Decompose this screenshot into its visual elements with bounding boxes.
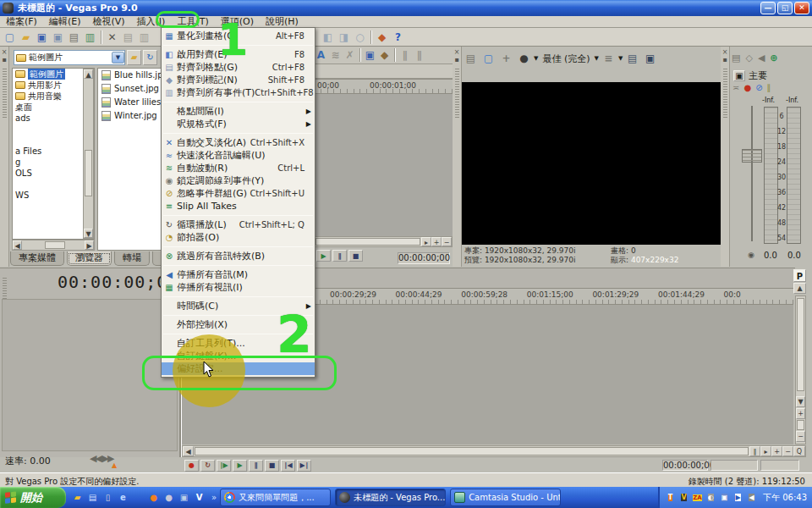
toolbar-button[interactable]: ▤ xyxy=(120,30,136,45)
transport-button[interactable]: ▶ xyxy=(233,460,247,472)
scroll-left-icon[interactable]: ◀ xyxy=(183,446,194,456)
address-combobox[interactable]: 範例圖片 ▼ xyxy=(14,50,125,65)
volume-fader-handle[interactable] xyxy=(742,149,762,163)
trimmer-toolbar-button[interactable]: ▣ xyxy=(363,47,377,63)
routing-icon[interactable]: ≍ xyxy=(732,83,739,92)
quick-launch-icon[interactable]: e xyxy=(117,491,129,504)
scroll-up-icon[interactable]: ▲ xyxy=(793,283,806,294)
timeline-zoom-in-icon[interactable]: + xyxy=(771,446,782,456)
scrollbar-thumb[interactable] xyxy=(45,241,65,249)
close-icon[interactable]: × xyxy=(722,48,728,56)
dock-tab[interactable]: 瀏覽器 xyxy=(67,251,112,266)
menu-bar-item[interactable]: 編輯(E) xyxy=(43,16,87,28)
scroll-right-icon[interactable]: ▶ xyxy=(85,240,94,250)
start-button[interactable]: 開始 xyxy=(0,487,66,508)
menu-item[interactable]: ≡ Slip All Takes ▶ xyxy=(162,200,315,213)
window-control-button[interactable]: ◱ xyxy=(777,2,793,14)
rate-marker-icon[interactable]: ▲ xyxy=(112,461,117,469)
split-view-icon[interactable]: ≡ xyxy=(601,51,617,66)
close-icon[interactable]: × xyxy=(454,48,460,56)
timeline-zoom-out-icon[interactable]: − xyxy=(782,446,793,456)
trimmer-workspace[interactable] xyxy=(314,94,453,236)
menu-item[interactable]: ◀ 停播所有音訊(M) ▶ xyxy=(162,268,315,281)
toolbar-button[interactable]: ◨ xyxy=(336,30,352,45)
drag-grip[interactable] xyxy=(455,69,459,119)
tree-item[interactable] xyxy=(13,135,84,146)
tray-icon[interactable]: ◐ xyxy=(705,492,716,503)
tray-icon[interactable]: V xyxy=(678,492,689,503)
refresh-button[interactable]: ↻ xyxy=(143,50,157,65)
tree-item[interactable]: OLS xyxy=(13,168,84,179)
chevron-down-icon[interactable]: ▼ xyxy=(618,55,623,62)
quick-launch-icon[interactable]: ▤ xyxy=(86,491,99,504)
save-frame-icon[interactable]: ▣ xyxy=(642,51,658,66)
menu-item[interactable]: ▥ 對齊到所有事件(T) Ctrl+Shift+F8 ▶ xyxy=(162,86,315,99)
trimmer-toolbar-button[interactable]: ◆ xyxy=(377,47,392,63)
toolbar-button[interactable]: ▣ xyxy=(34,30,50,45)
bus-icon[interactable]: ▣ xyxy=(733,70,745,81)
zoom-edit-tool-icon[interactable]: Q xyxy=(793,446,805,456)
quick-launch-icon[interactable] xyxy=(132,491,145,504)
mute-icon[interactable]: ⊘ xyxy=(755,83,762,92)
menu-bar-item[interactable]: 檢視(V) xyxy=(86,16,130,28)
tree-horizontal-scrollbar[interactable]: ◀ ▶ xyxy=(12,240,95,251)
toolbar-button[interactable]: ▢ xyxy=(2,30,18,45)
tray-icon[interactable]: T xyxy=(665,492,676,503)
close-icon[interactable]: × xyxy=(2,48,8,56)
menu-bar-item[interactable]: 說明(H) xyxy=(260,16,304,28)
menu-item[interactable]: ≋ 自動波動(R) Ctrl+L ▶ xyxy=(162,162,315,174)
fader-mode-icon[interactable]: ∥ xyxy=(767,83,771,92)
scroll-up-icon[interactable]: ▲ xyxy=(84,69,93,79)
trimmer-transport-button[interactable]: ▶ xyxy=(316,250,331,262)
menu-item[interactable]: ↻ 循環播放(L) Ctrl+Shift+L; Q ▶ xyxy=(162,218,315,231)
tree-item[interactable] xyxy=(13,179,84,190)
toolbar-button[interactable]: ▣ xyxy=(50,30,66,45)
scrollbar-thumb[interactable] xyxy=(315,238,420,246)
copy-frame-icon[interactable]: ▤ xyxy=(624,51,640,66)
menu-item[interactable]: ◔ 節拍器(O) ▶ xyxy=(162,231,315,244)
zoom-in-icon[interactable]: + xyxy=(431,237,442,246)
menu-item[interactable]: 格點間隔(I) ▶ xyxy=(162,105,315,118)
taskbar-task-button[interactable]: 又來問簡單問題，... xyxy=(220,489,331,506)
rate-scrub-control[interactable]: ◀◀ ▶▶ xyxy=(90,453,112,464)
menu-item[interactable]: ⊘ 忽略事件群組(G) Ctrl+Shift+U ▶ xyxy=(162,187,315,200)
drag-grip[interactable] xyxy=(3,278,7,301)
tree-item[interactable]: 桌面 xyxy=(13,102,84,113)
tray-icon[interactable]: ◀ xyxy=(746,492,757,503)
folder-tree[interactable]: 範例圖片共用影片共用音樂桌面adsa FilesgOLSWS ▲ ▼ xyxy=(12,68,95,240)
scrollbar-thumb[interactable] xyxy=(85,150,92,196)
chevron-down-icon[interactable]: ▼ xyxy=(534,55,538,62)
toolbar-button[interactable]: ◧ xyxy=(320,30,336,45)
quick-launch-icon[interactable]: ● xyxy=(147,491,160,504)
taskbar-task-button[interactable]: Camtasia Studio - Unti... xyxy=(450,489,561,506)
tray-icon[interactable]: ▶ xyxy=(732,492,743,503)
scrollbar-thumb[interactable] xyxy=(797,298,804,391)
drag-grip[interactable] xyxy=(3,69,7,119)
taskbar-task-button[interactable]: 未標題的 - Vegas Pro... xyxy=(335,489,446,506)
transport-button[interactable]: ∣▶ xyxy=(217,460,231,472)
tree-item[interactable] xyxy=(13,124,84,135)
transport-button[interactable]: ■ xyxy=(265,460,279,472)
tree-item[interactable]: 共用影片 xyxy=(13,80,84,91)
trimmer-transport-button[interactable]: ■ xyxy=(348,250,363,262)
insert-bus-icon[interactable]: ⊕ xyxy=(770,52,777,64)
transport-button[interactable]: ∣◀ xyxy=(281,460,295,472)
menu-item[interactable]: ≈ 快速淡化音訊編輯(U) ▶ xyxy=(162,149,315,162)
trimmer-transport-button[interactable]: ∥ xyxy=(332,250,347,262)
trimmer-toolbar-button[interactable]: ✗ xyxy=(343,47,357,63)
toolbar-button[interactable]: ? xyxy=(390,30,406,45)
project-properties-icon[interactable]: ▤ xyxy=(463,51,479,66)
transport-button[interactable]: ● xyxy=(184,460,199,472)
pin-icon[interactable]: ▪ xyxy=(454,56,458,64)
menu-item[interactable]: ▦ 停播所有視訊(I) ▶ xyxy=(162,281,315,294)
chevron-down-icon[interactable]: ▼ xyxy=(594,55,598,62)
pin-icon[interactable]: ▪ xyxy=(722,56,727,64)
scroll-left-icon[interactable]: ◀ xyxy=(13,240,22,250)
scroll-right-icon[interactable]: ▸ xyxy=(760,446,771,456)
thumb-edge-grip[interactable]: ∥ xyxy=(749,446,760,456)
track-zoom-in-icon[interactable]: + xyxy=(796,408,805,419)
menu-bar-item[interactable]: 檔案(F) xyxy=(0,16,43,28)
transport-button[interactable]: ▶∣ xyxy=(297,460,311,472)
selection-end-display[interactable] xyxy=(710,460,758,471)
quick-launch-icon[interactable]: ▰ xyxy=(71,491,84,504)
